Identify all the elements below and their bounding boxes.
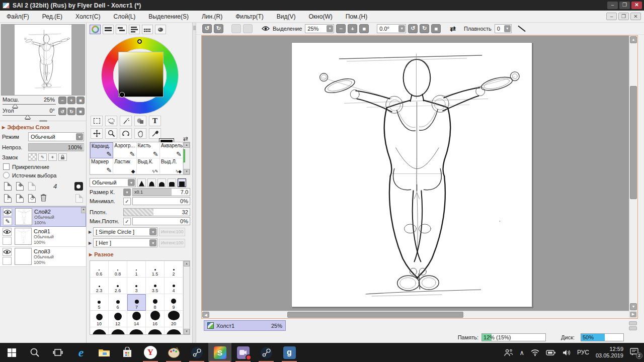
rect-select-icon[interactable]: [91, 116, 103, 126]
brush-texture-select[interactable]: [ Нет ] ▾: [93, 238, 157, 247]
min-size-slider[interactable]: 0%: [132, 197, 190, 205]
notification-center-button[interactable]: 2: [630, 348, 639, 357]
rotate-reset-button[interactable]: ■: [431, 24, 441, 33]
rgb-sliders-tab[interactable]: [103, 25, 114, 34]
brush-edge-soft[interactable]: [168, 178, 176, 187]
rotate-cw-button[interactable]: ↻: [67, 108, 75, 115]
taskbar-app-steam[interactable]: [185, 343, 208, 362]
brush-edge-hardest[interactable]: [137, 178, 146, 187]
size-14[interactable]: 14: [127, 311, 146, 327]
tool-marker[interactable]: Маркер✎: [90, 158, 113, 174]
doc-minimize-button[interactable]: –: [606, 13, 617, 20]
delete-layer-button[interactable]: [40, 194, 47, 203]
size-9[interactable]: 9: [165, 294, 183, 311]
tablet-battery-icon[interactable]: [546, 349, 556, 355]
selection-eye-icon[interactable]: [262, 26, 270, 31]
min-size-checkbox[interactable]: ✓: [123, 198, 131, 205]
menu-window[interactable]: Окно(W): [302, 13, 339, 20]
horizontal-scroll-thumb[interactable]: [287, 312, 463, 318]
lasso-select-icon[interactable]: [105, 116, 117, 126]
layer3-visibility-eye-icon[interactable]: [3, 248, 12, 256]
zoom-select[interactable]: 25% ▾: [305, 24, 334, 33]
taskbar-search[interactable]: [23, 343, 46, 362]
menu-help[interactable]: Пом.(H): [339, 13, 374, 20]
tool-brush[interactable]: Кисть✎: [137, 142, 160, 158]
size-3[interactable]: 3: [127, 278, 146, 294]
size-8[interactable]: 8: [146, 294, 165, 311]
size-unit-dropdown[interactable]: ▾: [123, 189, 131, 196]
shape-tool-icon[interactable]: [134, 116, 146, 126]
transfer-down-button[interactable]: ↓: [4, 194, 12, 203]
magic-wand-icon[interactable]: [120, 116, 132, 126]
dropdown-arrow-icon[interactable]: ▾: [398, 25, 405, 32]
swatches-tab[interactable]: [142, 25, 153, 34]
layer-row-3[interactable]: Слой3 Обычный 100%: [0, 247, 86, 267]
taskbar-app-store[interactable]: [116, 343, 139, 362]
taskbar-app-recorder[interactable]: [231, 343, 255, 362]
canvas-viewport[interactable]: [202, 36, 629, 311]
brush-size-slider[interactable]: x0.1 7.0: [132, 188, 190, 196]
dropdown-arrow-icon[interactable]: ▾: [504, 25, 511, 32]
clear-layer-button[interactable]: ◇: [28, 194, 36, 203]
sv-marker[interactable]: [120, 93, 124, 97]
size-row5[interactable]: [90, 327, 109, 335]
size-4[interactable]: 4: [165, 278, 183, 294]
size-row5[interactable]: [165, 327, 183, 335]
size-20[interactable]: 20: [165, 311, 183, 327]
hand-tool-icon[interactable]: [134, 128, 146, 139]
color-mixer-tab[interactable]: [155, 25, 166, 34]
zoom-out-button[interactable]: −: [58, 97, 66, 104]
smoothness-select[interactable]: 0 ▾: [495, 24, 512, 33]
lock-transparency-icon[interactable]: [28, 153, 37, 161]
restore-button[interactable]: ❐: [619, 2, 630, 9]
size-0.6[interactable]: 0.6: [90, 261, 109, 278]
new-layer-set-button[interactable]: [28, 182, 36, 191]
menu-line[interactable]: Лин.(R): [195, 13, 229, 20]
minimize-button[interactable]: –: [607, 2, 618, 9]
rotate-cw-button[interactable]: ↻: [420, 24, 429, 33]
lock-padlock-icon[interactable]: [58, 153, 67, 161]
tool-select-eraser[interactable]: Выд.Л.ϟ◆: [160, 158, 183, 174]
layer-row-2[interactable]: ✎ Слой2 Обычный 100% ▲: [0, 207, 86, 227]
lock-pencil-icon[interactable]: ✎: [38, 153, 47, 161]
tool-select-pen[interactable]: Выд.К.ϟ✎: [137, 158, 160, 174]
rotate-reset-button[interactable]: ■: [76, 108, 85, 115]
hsv-sliders-tab[interactable]: [116, 25, 127, 34]
size-7-selected[interactable]: 7: [127, 294, 146, 311]
dropdown-arrow-icon[interactable]: ▾: [128, 179, 135, 186]
size-0.8[interactable]: 0.8: [109, 261, 127, 278]
people-icon[interactable]: [504, 349, 513, 356]
canvas-tab[interactable]: Холст1 25%: [204, 320, 286, 331]
tool-pencil[interactable]: Каранд.✎: [90, 142, 113, 158]
undo-button[interactable]: ↺: [202, 24, 212, 33]
canvas-horizontal-scrollbar[interactable]: ◀: [202, 311, 629, 318]
wifi-icon[interactable]: [531, 349, 539, 356]
flip-icon[interactable]: ⇄: [450, 25, 456, 33]
new-sketch-layer-button[interactable]: ✎: [16, 182, 24, 191]
layer-row-1[interactable]: Слой1 Обычный 100%: [0, 227, 86, 247]
menu-layer[interactable]: Слой(L): [107, 13, 142, 20]
size-3.5[interactable]: 3.5: [146, 278, 165, 294]
saturation-value-square[interactable]: [119, 52, 163, 97]
clock[interactable]: 12:59 03.05.2019: [596, 346, 623, 359]
size-row5[interactable]: [127, 327, 146, 335]
size-12[interactable]: 12: [109, 311, 127, 327]
corner-button[interactable]: ▶: [630, 312, 636, 317]
rotate-ccw-button[interactable]: ↺: [408, 24, 418, 33]
color-wheel-tab[interactable]: [90, 25, 101, 34]
color-wheel[interactable]: [102, 37, 178, 114]
tool-watercolor[interactable]: Акварель✎: [160, 142, 183, 158]
brush-blend-select[interactable]: Обычный ▾: [90, 178, 136, 187]
expand-arrow-icon[interactable]: ▶: [89, 241, 92, 245]
dropdown-arrow-icon[interactable]: ▾: [327, 25, 333, 32]
size-2[interactable]: 2: [165, 261, 183, 278]
dropdown-arrow-icon[interactable]: ▾: [76, 133, 83, 140]
zoom-in-button[interactable]: +: [67, 97, 75, 104]
layer-effects-header[interactable]: ▶ Эффекты Слоя: [0, 121, 86, 131]
scale-slider-handle[interactable]: [13, 104, 18, 108]
min-density-checkbox[interactable]: ✓: [123, 218, 131, 225]
angle-select[interactable]: 0.0° ▾: [377, 24, 406, 33]
new-layer-button[interactable]: [4, 182, 12, 191]
scroll-up-icon[interactable]: ▲: [184, 261, 190, 266]
angle-slider[interactable]: Угол 0°: [3, 108, 56, 116]
